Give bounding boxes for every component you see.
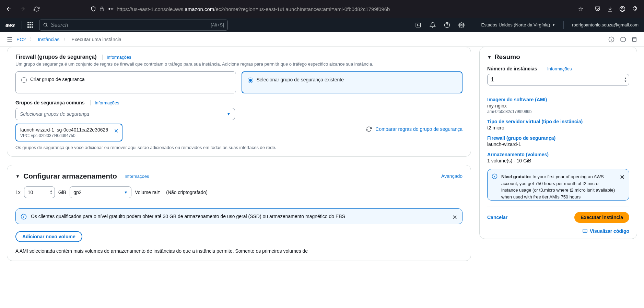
cloudshell-icon[interactable] xyxy=(415,22,421,28)
num-instances-value: 1 xyxy=(491,77,494,83)
radio-select-existing-sg[interactable]: Selecionar grupo de segurança existente xyxy=(242,71,463,93)
radio-icon xyxy=(248,78,253,83)
url-text: https://us-east-1.console.aws.amazon.com… xyxy=(117,6,390,12)
chevron-right-icon: 〉 xyxy=(30,37,34,42)
caret-down-icon: ▼ xyxy=(227,112,231,116)
svg-point-4 xyxy=(44,23,47,26)
free-tier-storage-banner: ✕ Os clientes qualificados para o nível … xyxy=(15,208,462,224)
aws-search-input[interactable]: Search [Alt+S] xyxy=(39,20,228,31)
launch-instance-button[interactable]: Executar instância xyxy=(574,212,629,223)
close-banner-icon[interactable]: ✕ xyxy=(452,214,457,221)
firewall-title: Firewall (grupos de segurança) xyxy=(15,54,97,60)
breadcrumb-current: Executar uma instância xyxy=(71,37,121,42)
settings-gear-icon[interactable] xyxy=(458,22,465,28)
num-instances-label: Número de instâncias xyxy=(487,66,537,71)
add-volume-button[interactable]: Adicionar novo volume xyxy=(15,231,82,242)
summary-storage-link[interactable]: Armazenamento (volumes) xyxy=(487,152,629,157)
caret-down-icon: ▼ xyxy=(124,190,128,194)
common-sg-info-link[interactable]: Informações xyxy=(90,100,119,105)
radio-create-sg[interactable]: Criar grupo de segurança xyxy=(15,71,236,93)
num-instances-info-link[interactable]: Informações xyxy=(543,66,572,71)
help-icon[interactable] xyxy=(444,22,450,28)
aws-logo[interactable]: aws xyxy=(5,22,15,28)
storage-type-select[interactable]: gp2 ▼ xyxy=(70,186,131,198)
spinner-icon[interactable]: ▲▼ xyxy=(50,190,52,195)
breadcrumb-instances[interactable]: Instâncias xyxy=(38,37,59,42)
account-icon[interactable] xyxy=(619,6,625,12)
storage-size-value: 10 xyxy=(28,190,33,195)
collapse-caret-icon[interactable]: ▼ xyxy=(15,174,20,179)
volume-label: Volume raiz xyxy=(135,190,160,195)
region-selector[interactable]: Estados Unidos (Norte da Virgínia) ▼ xyxy=(481,22,555,27)
downloads-icon[interactable] xyxy=(607,6,613,12)
sg-note: Os grupos de segurança que você adiciona… xyxy=(15,145,462,150)
sg-select[interactable]: Selecionar grupos de segurança ▼ xyxy=(15,108,235,120)
svg-rect-12 xyxy=(583,229,587,232)
storage-info-link[interactable]: Informações xyxy=(125,174,149,179)
refresh-icon[interactable] xyxy=(366,126,372,132)
storage-advanced-link[interactable]: Avançado xyxy=(441,173,462,179)
firewall-description: Um grupo de segurança é um conjunto de r… xyxy=(15,61,462,67)
compare-sg-rules-link[interactable]: Comparar regras do grupo de segurança xyxy=(375,126,462,132)
chevron-right-icon: 〉 xyxy=(63,37,67,42)
remove-sg-icon[interactable]: ✕ xyxy=(114,128,118,134)
ami-volumes-note: A AMI selecionada contém mais volumes de… xyxy=(15,248,462,254)
url-bar[interactable]: https://us-east-1.console.aws.amazon.com… xyxy=(87,6,574,12)
storage-title: Configurar armazenamento xyxy=(23,172,117,180)
view-code-link[interactable]: Visualizar código xyxy=(487,225,629,239)
svg-point-7 xyxy=(460,24,462,26)
close-banner-icon[interactable]: ✕ xyxy=(620,173,625,182)
permissions-icon xyxy=(108,7,114,11)
firewall-info-link[interactable]: Informações xyxy=(102,55,131,60)
summary-title: Resumo xyxy=(494,53,520,61)
common-sg-label: Grupos de segurança comuns xyxy=(15,100,85,105)
storage-type-value: gp2 xyxy=(73,190,81,195)
storage-size-input[interactable]: 10 ▲▼ xyxy=(24,186,55,198)
summary-type-link[interactable]: Tipo de servidor virtual (tipo de instân… xyxy=(487,119,629,124)
svg-point-3 xyxy=(622,8,623,9)
notifications-icon[interactable] xyxy=(430,22,436,28)
summary-ami-link[interactable]: Imagem do software (AMI) xyxy=(487,97,629,102)
sg-select-placeholder: Selecionar grupos de segurança xyxy=(20,111,89,117)
reload-button[interactable] xyxy=(32,4,41,14)
sg-tag-id: sg-0cc4011ca22e30626 xyxy=(57,127,108,133)
sg-tag: launch-wizard-1 sg-0cc4011ca22e30626 VPC… xyxy=(15,124,122,141)
svg-rect-0 xyxy=(100,9,104,11)
hexagon-icon[interactable] xyxy=(620,36,626,43)
aws-header: aws Search [Alt+S] Estados Unidos (Norte… xyxy=(0,18,644,32)
free-tier-banner: ✕ Nível gratuito: In your first year of … xyxy=(487,169,629,201)
search-placeholder: Search xyxy=(51,22,68,28)
menu-toggle-icon[interactable]: ☰ xyxy=(7,36,12,43)
radio-icon xyxy=(21,77,27,83)
free-tier-title: Nível gratuito: xyxy=(501,174,531,179)
code-icon xyxy=(582,228,588,234)
extensions-icon[interactable] xyxy=(632,6,638,12)
lock-icon xyxy=(99,7,104,11)
cancel-button[interactable]: Cancelar xyxy=(487,215,507,220)
back-button[interactable] xyxy=(4,4,14,14)
encryption-status: (Não criptografado) xyxy=(166,190,208,195)
summary-firewall-link[interactable]: Firewall (grupo de segurança) xyxy=(487,135,629,141)
spinner-icon[interactable]: ▲▼ xyxy=(624,77,627,83)
pocket-icon[interactable] xyxy=(595,6,601,12)
collapse-caret-icon[interactable]: ▼ xyxy=(487,55,492,60)
info-circle-icon[interactable] xyxy=(608,36,614,43)
shield-icon xyxy=(91,6,96,12)
panel-icon[interactable] xyxy=(632,36,637,43)
sg-tag-name: launch-wizard-1 xyxy=(20,127,54,133)
forward-button xyxy=(18,4,27,14)
num-instances-input[interactable]: 1 ▲▼ xyxy=(487,74,629,85)
breadcrumb-ec2[interactable]: EC2 xyxy=(16,37,26,42)
storage-banner-text: Os clientes qualificados para o nível gr… xyxy=(31,214,447,219)
bookmark-star-icon[interactable]: ☆ xyxy=(578,5,584,13)
storage-section: ▼ Configurar armazenamento Informações A… xyxy=(7,165,471,261)
info-icon xyxy=(21,214,27,220)
services-grid-icon[interactable] xyxy=(27,22,34,28)
browser-bar: https://us-east-1.console.aws.amazon.com… xyxy=(0,0,644,18)
user-menu[interactable]: rodrigoantonio.souza@gmail.com xyxy=(572,22,639,27)
radio-select-label: Selecionar grupo de segurança existente xyxy=(257,77,344,82)
info-icon xyxy=(492,173,497,179)
breadcrumb: ☰ EC2 〉 Instâncias 〉 Executar uma instân… xyxy=(0,32,644,47)
storage-unit: GiB xyxy=(58,190,66,195)
storage-qty: 1x xyxy=(15,190,21,195)
